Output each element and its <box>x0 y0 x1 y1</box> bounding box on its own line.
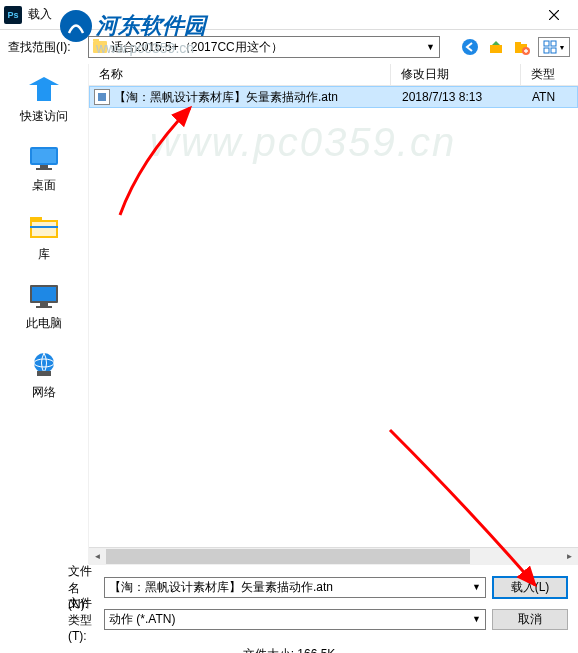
list-header: 名称 修改日期 类型 <box>89 64 578 86</box>
svg-point-21 <box>34 353 54 373</box>
sidebar-item-libraries[interactable]: 库 <box>9 212 79 263</box>
chevron-down-icon: ▼ <box>472 582 481 592</box>
column-type[interactable]: 类型 <box>521 64 578 85</box>
libraries-icon <box>26 212 62 242</box>
scroll-right-icon[interactable]: ► <box>561 548 578 565</box>
thispc-icon <box>26 281 62 311</box>
folder-name: 适合2015.5+（2017CC用这个） <box>111 39 283 56</box>
svg-rect-20 <box>36 306 52 308</box>
desktop-icon <box>26 143 62 173</box>
scroll-thumb[interactable] <box>106 549 470 564</box>
svg-rect-8 <box>551 48 556 53</box>
column-date[interactable]: 修改日期 <box>391 64 521 85</box>
sidebar-item-quickaccess[interactable]: 快速访问 <box>9 74 79 125</box>
svg-rect-5 <box>544 41 549 46</box>
places-sidebar: 快速访问 桌面 库 此电脑 网络 <box>0 64 89 564</box>
horizontal-scrollbar[interactable]: ◄ ► <box>89 547 578 564</box>
network-icon <box>26 350 62 380</box>
filetype-dropdown[interactable]: 动作 (*.ATN) ▼ <box>104 609 486 630</box>
lookup-row: 查找范围(I): 适合2015.5+（2017CC用这个） ▼ ▼ <box>0 30 578 64</box>
bottom-panel: 文件名(N): 【淘：黑帆设计素材库】矢量素描动作.atn ▼ 载入(L) 文件… <box>0 564 578 653</box>
svg-rect-18 <box>32 287 56 301</box>
svg-rect-19 <box>40 303 48 306</box>
quickaccess-icon <box>26 74 62 104</box>
file-name: 【淘：黑帆设计素材库】矢量素描动作.atn <box>114 89 392 106</box>
lookup-label: 查找范围(I): <box>8 39 82 56</box>
svg-rect-16 <box>30 226 58 228</box>
svg-point-0 <box>462 39 478 55</box>
svg-rect-1 <box>490 45 502 53</box>
svg-rect-7 <box>544 48 549 53</box>
sidebar-item-desktop[interactable]: 桌面 <box>9 143 79 194</box>
filetype-label: 文件类型(T): <box>10 595 98 643</box>
titlebar: Ps 载入 <box>0 0 578 30</box>
sidebar-item-network[interactable]: 网络 <box>9 350 79 401</box>
folder-dropdown[interactable]: 适合2015.5+（2017CC用这个） ▼ <box>88 36 440 58</box>
up-icon[interactable] <box>486 37 506 57</box>
svg-rect-12 <box>36 168 52 170</box>
chevron-down-icon: ▼ <box>426 42 435 52</box>
cancel-button[interactable]: 取消 <box>492 609 568 630</box>
svg-rect-14 <box>30 217 42 221</box>
chevron-down-icon: ▼ <box>472 614 481 624</box>
list-body[interactable]: 【淘：黑帆设计素材库】矢量素描动作.atn 2018/7/13 8:13 ATN <box>89 86 578 547</box>
svg-rect-3 <box>515 42 521 45</box>
svg-rect-6 <box>551 41 556 46</box>
app-icon: Ps <box>4 6 22 24</box>
filename-input[interactable]: 【淘：黑帆设计素材库】矢量素描动作.atn ▼ <box>104 577 486 598</box>
new-folder-icon[interactable] <box>512 37 532 57</box>
file-icon <box>94 89 110 105</box>
window-title: 载入 <box>28 6 534 23</box>
column-name[interactable]: 名称 <box>89 64 391 85</box>
file-type: ATN <box>522 90 577 104</box>
svg-rect-10 <box>32 149 56 163</box>
file-date: 2018/7/13 8:13 <box>392 90 522 104</box>
sidebar-item-thispc[interactable]: 此电脑 <box>9 281 79 332</box>
back-icon[interactable] <box>460 37 480 57</box>
view-mode-dropdown[interactable]: ▼ <box>538 37 570 57</box>
svg-rect-11 <box>40 165 48 168</box>
close-button[interactable] <box>534 1 574 29</box>
folder-icon <box>93 41 107 53</box>
svg-rect-23 <box>37 371 51 376</box>
scroll-left-icon[interactable]: ◄ <box>89 548 106 565</box>
file-list-panel: 名称 修改日期 类型 【淘：黑帆设计素材库】矢量素描动作.atn 2018/7/… <box>89 64 578 564</box>
svg-rect-15 <box>32 222 56 236</box>
load-button[interactable]: 载入(L) <box>492 576 568 599</box>
list-item[interactable]: 【淘：黑帆设计素材库】矢量素描动作.atn 2018/7/13 8:13 ATN <box>89 86 578 108</box>
